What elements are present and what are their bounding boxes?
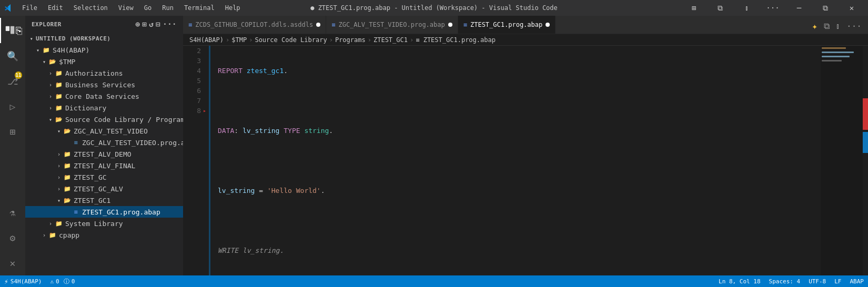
tree-item-tmp[interactable]: 📂 $TMP [25,56,183,67]
tree-item-zgc-alv-file[interactable]: ≡ ZGC_ALV_TEST_VIDEO.prog.abap [25,137,183,148]
copilot-icon[interactable]: ✦ [810,18,820,34]
activity-explorer[interactable]: ⎘ [0,18,25,43]
open-editors-icon[interactable]: ⧉ [822,19,832,33]
menu-selection[interactable]: Selection [68,2,113,14]
ztest-gc1-folder-icon: 📂 [63,196,72,204]
activity-bar: ⎘ 🔍 ⎇ 11 ▷ ⊞ ⚗ ⚙ ✕ [0,16,25,275]
scl-arrow [46,115,55,124]
more-icon[interactable]: ··· [163,20,177,28]
breadcrumb-tmp[interactable]: $TMP [231,36,247,44]
new-file-icon[interactable]: ⊕ [135,20,140,28]
new-folder-icon[interactable]: ⊞ [142,20,147,28]
menu-file[interactable]: File [17,2,43,14]
tmp-label: $TMP [59,58,75,66]
breadcrumb-scl[interactable]: Source Code Library [255,36,327,44]
minimap-line-7 [822,60,842,62]
restore-button[interactable]: ⧉ [813,0,837,16]
editor-more-actions-icon[interactable]: ··· [844,19,864,33]
activity-debug[interactable]: ▷ [0,94,25,119]
workspace-root[interactable]: UNTITLED (WORKSPACE) [25,33,183,44]
tree-item-zgc-alv-test-video[interactable]: 📂 ZGC_ALV_TEST_VIDEO [25,125,183,137]
workspace-label: UNTITLED (WORKSPACE) [36,35,110,42]
more-actions-button[interactable]: ··· [761,0,785,16]
status-eol[interactable]: LF [830,275,845,287]
close-button[interactable]: ✕ [840,0,864,16]
status-errors[interactable]: ⚠ 0 ⓘ 0 [46,275,79,287]
remote-label: S4H(ABAP) [11,278,42,285]
open-remote-button[interactable]: ⧉ [708,0,732,16]
status-encoding[interactable]: UTF-8 [804,275,830,287]
sidebar: EXPLORER ⊕ ⊞ ↺ ⊟ ··· UNTITLED (WORKSPACE… [25,16,183,275]
menu-go[interactable]: Go [139,2,157,14]
tree-item-dictionary[interactable]: 📁 Dictionary [25,102,183,114]
tree-item-ztest-gc[interactable]: 📁 ZTEST_GC [25,171,183,183]
breadcrumb-programs[interactable]: Programs [335,36,366,44]
refresh-icon[interactable]: ↺ [149,20,154,28]
status-ln-col[interactable]: Ln 8, Col 18 [714,275,764,287]
scrollbar-cursor-indicator [863,132,868,153]
tree-item-system-library[interactable]: 📁 System Library [25,218,183,229]
cpapp-label: cpapp [59,231,79,239]
breadcrumb-file[interactable]: ≡ ZTEST_GC1.prog.abap [416,36,496,44]
minimize-button[interactable]: ─ [787,0,811,16]
activity-remote[interactable]: ⚗ [0,200,25,225]
split-editor-button[interactable]: ⫾ [734,0,759,16]
tree-item-ztest-gc1[interactable]: 📂 ZTEST_GC1 [25,194,183,206]
tab-zgc-alv-modified-dot [448,23,452,27]
customize-layout-button[interactable]: ⊞ [682,0,706,16]
collapse-icon[interactable]: ⊟ [156,20,160,28]
activity-git[interactable]: ⎇ 11 [0,68,25,94]
breadcrumb-s4h[interactable]: S4H(ABAP) [189,36,224,44]
tree-item-source-code-library[interactable]: 📂 Source Code Library / Programs [25,114,183,125]
line-num-2: 2 [183,46,205,56]
tree-item-authorizations[interactable]: 📁 Authorizations [25,67,183,79]
warning-icon: ⓘ [64,278,69,285]
status-spaces[interactable]: Spaces: 4 [765,275,805,287]
tab-zcds[interactable]: ≡ ZCDS_GITHUB_COPILOT.ddls.asddls [183,16,326,34]
cpapp-arrow [40,231,48,239]
tree-item-cpapp[interactable]: 📁 cpapp [25,229,183,241]
line-num-6: 6 [183,86,205,96]
dict-arrow [46,104,55,112]
auth-label: Authorizations [65,69,123,77]
explorer-icon [4,25,16,36]
tab-zgc-alv[interactable]: ≡ ZGC_ALV_TEST_VIDEO.prog.abap [326,16,458,34]
cds-folder-icon: 📁 [55,92,63,100]
tree-item-ztest-gc1-file[interactable]: ≡ ZTEST_GC1.prog.abap [25,206,183,218]
lang-label: ABAP [850,278,864,285]
cds-arrow [46,92,55,100]
editor-scrollbar[interactable] [863,46,868,275]
tab-zgc-alv-icon: ≡ [331,21,335,28]
breadcrumb-ztest-gc1[interactable]: ZTEST_GC1 [374,36,408,44]
menu-view[interactable]: View [113,2,139,14]
tab-zcds-modified-dot [316,23,320,27]
tree-item-core-data-services[interactable]: 📁 Core Data Services [25,90,183,102]
breadcrumb-sep1: › [226,36,229,44]
workspace-arrow [27,34,36,43]
split-editor-right-icon[interactable]: ⫾ [834,19,842,33]
activity-settings[interactable]: ⚙ [0,225,25,250]
activity-search[interactable]: 🔍 [0,43,25,68]
activity-extensions[interactable]: ⊞ [0,119,25,144]
activity-abap[interactable]: ✕ [0,250,25,275]
code-editor[interactable]: 2 3 4 5 6 7 8 REPORT ztest_gc1. DATA: lv… [183,46,868,275]
code-content[interactable]: REPORT ztest_gc1. DATA: lv_string TYPE s… [209,46,821,275]
ztest-final-folder-icon: 📁 [63,161,72,170]
tree-item-s4h[interactable]: 📁 S4H(ABAP) [25,44,183,56]
tree-item-ztest-alv-demo[interactable]: 📁 ZTEST_ALV_DEMO [25,148,183,160]
minimap-line-5 [822,56,850,57]
tree-item-business-services[interactable]: 📁 Business Services [25,79,183,90]
dict-label: Dictionary [65,104,106,112]
line-num-5: 5 [183,76,205,86]
tree-item-ztest-gc-alv[interactable]: 📁 ZTEST_GC_ALV [25,183,183,194]
menu-help[interactable]: Help [220,2,246,14]
tab-ztest-gc1[interactable]: ≡ ZTEST_GC1.prog.abap [458,16,556,34]
menu-edit[interactable]: Edit [43,2,68,14]
menu-run[interactable]: Run [157,2,179,14]
status-lang[interactable]: ABAP [846,275,869,287]
status-remote[interactable]: ⚡ S4H(ABAP) [0,275,46,287]
line-num-7: 7 [183,96,205,106]
tree-item-ztest-alv-final[interactable]: 📁 ZTEST_ALV_FINAL [25,160,183,171]
sidebar-header: EXPLORER ⊕ ⊞ ↺ ⊟ ··· [25,16,183,33]
menu-terminal[interactable]: Terminal [179,2,220,14]
